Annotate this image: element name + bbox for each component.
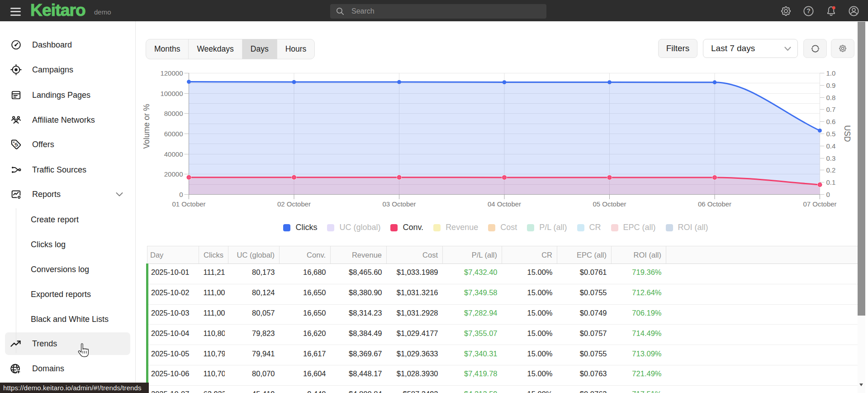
svg-text:0.6: 0.6 xyxy=(826,118,836,125)
domains-icon xyxy=(9,363,21,374)
table-row[interactable]: 2025-10-02111,00580,12416,650$8,380.90$1… xyxy=(147,284,858,304)
cell-filler xyxy=(666,365,858,385)
cell-cr: 15.00% xyxy=(502,264,557,284)
scrollbar-thumb[interactable] xyxy=(858,22,865,316)
table-row[interactable]: 2025-10-05110,79479,94116,617$8,369.67$1… xyxy=(147,345,858,365)
table-row[interactable]: 2025-10-04110,80679,82316,620$8,384.49$1… xyxy=(147,325,858,345)
mouse-cursor-hand xyxy=(77,343,89,359)
table-row[interactable]: 2025-10-0762,93345,4199,440$4,800.84$587… xyxy=(147,385,858,393)
table-row[interactable]: 2025-10-06110,70480,07016,604$8,448.17$1… xyxy=(147,365,858,385)
legend-item-uc-global-[interactable]: UC (global) xyxy=(327,223,380,232)
tab-hours[interactable]: Hours xyxy=(277,39,315,59)
notifications-icon[interactable] xyxy=(825,5,836,16)
column-header-cost[interactable]: Cost xyxy=(387,246,443,264)
cell-p-l-all-: $7,355.07 xyxy=(443,325,502,345)
cell-uc-global-: 45,419 xyxy=(228,385,280,393)
sidebar-subitem-black-and-white-lists[interactable]: Black and White Lists xyxy=(0,307,136,331)
column-header-cr[interactable]: CR xyxy=(502,246,557,264)
sidebar-subitem-create-report[interactable]: Create report xyxy=(0,207,136,232)
sidebar-item-traffic-sources[interactable]: Traffic Sources xyxy=(0,158,136,182)
menu-toggle-icon[interactable] xyxy=(10,8,21,16)
sidebar-subitem-conversions-log[interactable]: Conversions log xyxy=(0,257,136,282)
keitaro-logo[interactable]: Keitaro xyxy=(30,1,85,20)
cell-filler xyxy=(666,304,858,325)
cell-revenue: $8,369.67 xyxy=(331,345,387,365)
svg-text:0.4: 0.4 xyxy=(826,142,836,150)
sidebar-item-reports[interactable]: Reports xyxy=(0,182,136,206)
sidebar-subitem-label: Exported reports xyxy=(31,290,91,299)
cell-clicks: 111,218 xyxy=(199,264,228,284)
cell-day: 2025-10-03 xyxy=(147,304,199,325)
sidebar-item-trends[interactable]: Trends xyxy=(0,331,136,356)
column-header-uc-global-[interactable]: UC (global) xyxy=(228,246,280,264)
cell-day: 2025-10-07 xyxy=(147,385,199,393)
sidebar-subitem-exported-reports[interactable]: Exported reports xyxy=(0,282,136,307)
chevron-down-icon xyxy=(116,190,123,198)
chart-legend: ClicksUC (global)Conv.RevenueCostP/L (al… xyxy=(136,223,855,232)
legend-item-p-l-all-[interactable]: P/L (all) xyxy=(527,223,567,232)
column-header-day[interactable]: Day xyxy=(147,246,199,264)
cell-roi-all-: 712.64% xyxy=(612,284,666,304)
cell-uc-global-: 80,057 xyxy=(228,304,280,325)
legend-item-revenue[interactable]: Revenue xyxy=(433,223,478,232)
sidebar-item-label: Campaigns xyxy=(32,65,73,75)
sidebar-subitem-label: Black and White Lists xyxy=(31,315,109,324)
legend-item-cost[interactable]: Cost xyxy=(488,223,517,232)
refresh-button[interactable] xyxy=(803,39,827,58)
cell-epc-all-: $0.0749 xyxy=(557,304,612,325)
date-range-select[interactable]: Last 7 days xyxy=(703,39,798,58)
legend-item-roi-all-[interactable]: ROI (all) xyxy=(666,223,708,232)
scrollbar-down-arrow-icon[interactable] xyxy=(859,383,863,386)
sidebar-item-campaigns[interactable]: Campaigns xyxy=(0,58,136,82)
main-content: MonthsWeekdaysDaysHours Filters Last 7 d… xyxy=(136,21,858,393)
legend-item-clicks[interactable]: Clicks xyxy=(283,223,317,232)
help-icon[interactable]: ? xyxy=(803,5,814,16)
account-icon[interactable] xyxy=(848,5,859,16)
cell-epc-all-: $0.0763 xyxy=(557,365,612,385)
legend-item-epc-all-[interactable]: EPC (all) xyxy=(611,223,656,232)
sidebar-item-domains[interactable]: Domains xyxy=(0,356,136,381)
search-input[interactable]: Search xyxy=(330,4,546,19)
column-header-epc-all-[interactable]: EPC (all) xyxy=(557,246,612,264)
svg-text:Volume or %: Volume or % xyxy=(142,104,151,149)
column-header-revenue[interactable]: Revenue xyxy=(331,246,387,264)
date-range-value: Last 7 days xyxy=(711,43,755,53)
cell-cost: $1,033.1989 xyxy=(387,264,443,284)
cell-cr: 15.00% xyxy=(502,345,557,365)
tab-weekdays[interactable]: Weekdays xyxy=(189,39,242,59)
cell-cr: 15.00% xyxy=(502,365,557,385)
sidebar-subitem-clicks-log[interactable]: Clicks log xyxy=(0,232,136,257)
column-header-clicks[interactable]: Clicks xyxy=(199,246,228,264)
legend-item-cr[interactable]: CR xyxy=(577,223,601,232)
svg-text:01 October: 01 October xyxy=(172,200,205,208)
page-scrollbar[interactable] xyxy=(858,21,865,393)
cell-clicks: 110,794 xyxy=(199,345,228,365)
chart-settings-button[interactable] xyxy=(831,39,854,58)
sidebar-item-label: Traffic Sources xyxy=(32,165,86,175)
affiliate-icon xyxy=(10,115,22,126)
landings-icon xyxy=(10,90,22,101)
cell-uc-global-: 79,941 xyxy=(228,345,280,365)
svg-text:03 October: 03 October xyxy=(382,200,416,208)
column-header-roi-all-[interactable]: ROI (all) xyxy=(612,246,666,264)
sidebar-item-affiliate-networks[interactable]: Affiliate Networks xyxy=(0,108,136,132)
sidebar-item-offers[interactable]: SOffers xyxy=(0,132,136,157)
tab-months[interactable]: Months xyxy=(146,39,189,59)
cell-conv-: 16,650 xyxy=(280,304,331,325)
tab-days[interactable]: Days xyxy=(242,39,277,59)
table-row[interactable]: 2025-10-01111,21880,17316,680$8,465.60$1… xyxy=(147,264,858,284)
filters-button[interactable]: Filters xyxy=(658,39,697,58)
env-label: demo xyxy=(94,8,111,16)
cell-cost: $1,031.2928 xyxy=(387,304,443,325)
cell-clicks: 111,005 xyxy=(199,284,228,304)
sidebar-item-dashboard[interactable]: Dashboard xyxy=(0,33,136,57)
cell-uc-global-: 80,173 xyxy=(228,264,280,284)
sidebar-item-landings-pages[interactable]: Landings Pages xyxy=(0,83,136,107)
table-row[interactable]: 2025-10-03111,00480,05716,650$8,314.23$1… xyxy=(147,304,858,325)
sidebar-item-label: Trends xyxy=(32,339,57,349)
column-header-p-l-all-[interactable]: P/L (all) xyxy=(443,246,502,264)
column-header-conv-[interactable]: Conv. xyxy=(280,246,331,264)
settings-icon[interactable] xyxy=(780,5,791,16)
legend-item-conv-[interactable]: Conv. xyxy=(390,223,423,232)
cell-filler xyxy=(666,284,858,304)
